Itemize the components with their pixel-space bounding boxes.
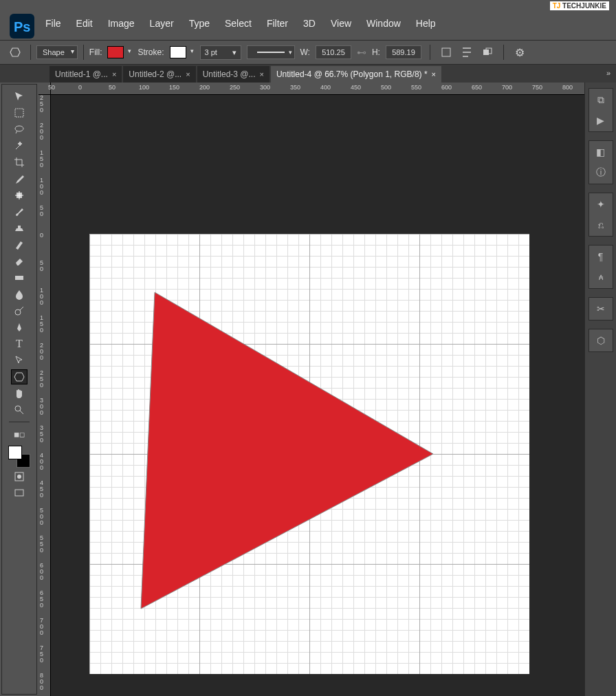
vertical-ruler: 2 5 02 0 01 5 01 0 05 005 01 0 01 5 02 0… [38, 95, 51, 696]
history-panel-icon[interactable]: ⧉ [594, 93, 608, 107]
tabs-overflow-icon[interactable]: » [606, 69, 610, 77]
document-tabs: Untitled-1 @...× Untitled-2 @...× Untitl… [0, 65, 616, 83]
gear-icon[interactable]: ⚙ [512, 45, 527, 60]
menu-view[interactable]: View [331, 18, 351, 29]
width-label: W: [300, 47, 310, 57]
stroke-color-swatch[interactable] [170, 46, 186, 58]
menu-image[interactable]: Image [108, 18, 135, 29]
polygon-tool-icon[interactable] [6, 45, 25, 60]
toolbox: T ◼◻ [1, 84, 37, 695]
shape-tool[interactable] [11, 369, 28, 384]
height-label: H: [372, 47, 380, 57]
options-bar: Shape Fill: Stroke: 3 pt▾ W: 510.25 ⊷ H:… [0, 40, 616, 65]
default-colors-icon[interactable]: ◼◻ [11, 426, 28, 442]
tool-mode-dropdown[interactable]: Shape [36, 45, 78, 59]
dodge-tool[interactable] [11, 303, 28, 318]
quick-mask-icon[interactable] [11, 469, 28, 484]
right-panel: ⧉ ▶ ◧ ⓘ ✦ ⎌ ¶ ₳ ✂ ⬡ [584, 83, 616, 696]
brushes-panel-icon[interactable]: ✦ [594, 197, 608, 211]
menu-edit[interactable]: Edit [76, 18, 93, 29]
zoom-tool[interactable] [11, 402, 28, 417]
stroke-size-input[interactable]: 3 pt▾ [200, 45, 241, 60]
magic-wand-tool[interactable] [11, 138, 28, 153]
close-icon[interactable]: × [260, 70, 264, 78]
character-panel-icon[interactable]: ¶ [594, 250, 608, 263]
stroke-style-dropdown[interactable] [247, 45, 295, 59]
brush-tool[interactable] [11, 204, 28, 219]
clone-source-panel-icon[interactable]: ⎌ [594, 218, 608, 232]
history-brush-tool[interactable] [11, 237, 28, 252]
screen-mode-icon[interactable] [11, 486, 28, 501]
svg-rect-9 [15, 276, 23, 280]
svg-point-10 [15, 309, 21, 315]
clone-stamp-tool[interactable] [11, 221, 28, 236]
svg-point-12 [15, 406, 21, 411]
menu-file[interactable]: File [45, 18, 61, 29]
link-dimensions-icon[interactable]: ⊷ [357, 47, 366, 58]
path-alignment-icon[interactable] [459, 45, 474, 60]
workspace: T ◼◻ 50050100150200250300350400450500550… [0, 83, 616, 696]
svg-rect-15 [15, 490, 23, 496]
eraser-tool[interactable] [11, 254, 28, 269]
menu-select[interactable]: Select [225, 18, 252, 29]
svg-rect-6 [15, 109, 23, 117]
ps-logo: Ps [7, 11, 37, 41]
doc-tab-1[interactable]: Untitled-1 @...× [50, 66, 122, 83]
svg-text:Ps: Ps [14, 19, 30, 34]
tools-preset-panel-icon[interactable]: ✂ [594, 302, 608, 316]
menu-type[interactable]: Type [189, 18, 210, 29]
svg-marker-16 [141, 292, 433, 609]
svg-marker-11 [14, 373, 24, 381]
healing-brush-tool[interactable] [11, 188, 28, 203]
menu-help[interactable]: Help [416, 18, 436, 29]
foreground-background-colors[interactable] [8, 446, 30, 468]
fill-label: Fill: [89, 47, 102, 57]
menu-3d[interactable]: 3D [303, 18, 316, 29]
path-operations-icon[interactable] [439, 45, 454, 60]
menu-layer[interactable]: Layer [150, 18, 174, 29]
move-tool[interactable] [11, 89, 28, 104]
watermark: TJ TECHJUNKIE [550, 1, 609, 10]
canvas[interactable] [89, 234, 529, 674]
doc-tab-4[interactable]: Untitled-4 @ 66.7% (Polygon 1, RGB/8) *× [271, 66, 441, 83]
actions-panel-icon[interactable]: ▶ [594, 113, 608, 127]
gradient-tool[interactable] [11, 270, 28, 285]
close-icon[interactable]: × [186, 70, 190, 78]
blur-tool[interactable] [11, 287, 28, 302]
close-icon[interactable]: × [112, 70, 116, 78]
svg-point-14 [17, 475, 21, 479]
path-arrangement-icon[interactable] [480, 45, 495, 60]
svg-point-7 [15, 126, 23, 131]
paragraph-panel-icon[interactable]: ₳ [594, 270, 608, 284]
titlebar: Ps File Edit Image Layer Type Select Fil… [0, 0, 616, 40]
menu-window[interactable]: Window [366, 18, 401, 29]
horizontal-ruler: 5005010015020025030035040045050055060065… [51, 83, 584, 95]
lasso-tool[interactable] [11, 122, 28, 137]
eyedropper-tool[interactable] [11, 171, 28, 186]
svg-marker-2 [10, 48, 20, 56]
pen-tool[interactable] [11, 320, 28, 335]
3d-panel-icon[interactable]: ⬡ [594, 334, 608, 347]
properties-panel-icon[interactable]: ◧ [594, 145, 608, 159]
svg-rect-3 [442, 48, 450, 56]
path-selection-tool[interactable] [11, 353, 28, 368]
hand-tool[interactable] [11, 386, 28, 401]
stroke-label: Stroke: [138, 47, 164, 57]
crop-tool[interactable] [11, 155, 28, 170]
height-input[interactable]: 589.19 [386, 45, 421, 59]
menu-filter[interactable]: Filter [267, 18, 288, 29]
fill-color-swatch[interactable] [107, 46, 124, 58]
type-tool[interactable]: T [11, 336, 28, 351]
doc-tab-2[interactable]: Untitled-2 @...× [123, 66, 195, 83]
marquee-tool[interactable] [11, 105, 28, 120]
close-icon[interactable]: × [432, 70, 436, 78]
width-input[interactable]: 510.25 [316, 45, 351, 59]
doc-tab-3[interactable]: Untitled-3 @...× [197, 66, 270, 83]
info-panel-icon[interactable]: ⓘ [594, 166, 608, 180]
polygon-shape[interactable] [89, 234, 529, 674]
canvas-area[interactable]: 5005010015020025030035040045050055060065… [38, 83, 584, 696]
main-menu: File Edit Image Layer Type Select Filter… [45, 11, 436, 29]
